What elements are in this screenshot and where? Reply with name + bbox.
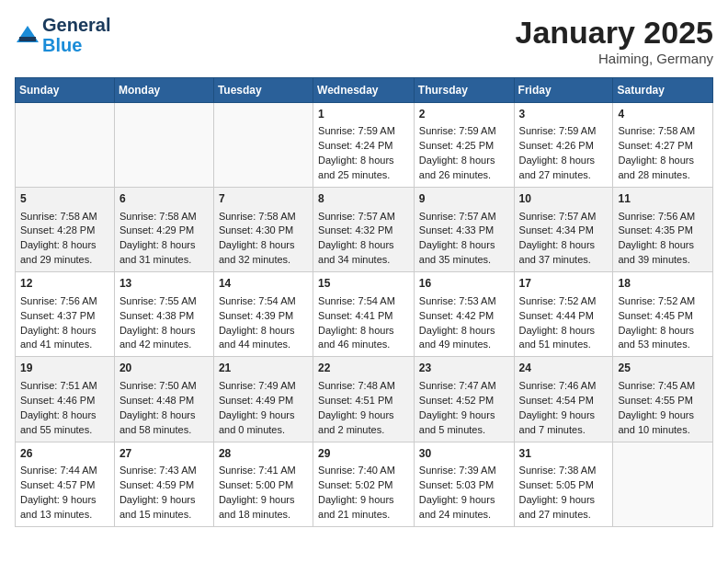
calendar-cell: 29Sunrise: 7:40 AMSunset: 5:02 PMDayligh… [313, 442, 415, 526]
cell-info: Daylight: 9 hours [219, 493, 308, 508]
cell-info: and 53 minutes. [618, 338, 708, 352]
cell-info: and 2 minutes. [318, 423, 409, 438]
cell-info: Daylight: 9 hours [219, 408, 308, 423]
cell-info: and 46 minutes. [318, 338, 409, 352]
cell-info: Sunset: 5:03 PM [419, 478, 509, 493]
cell-info: Sunset: 4:44 PM [519, 309, 609, 324]
calendar-cell: 26Sunrise: 7:44 AMSunset: 4:57 PMDayligh… [16, 442, 115, 526]
cell-info: Sunrise: 7:53 AM [419, 294, 509, 309]
cell-info: Daylight: 9 hours [519, 408, 609, 423]
day-number: 25 [618, 361, 708, 376]
day-header-sunday: Sunday [16, 78, 115, 103]
calendar-week-5: 26Sunrise: 7:44 AMSunset: 4:57 PMDayligh… [16, 442, 713, 526]
calendar-cell: 17Sunrise: 7:52 AMSunset: 4:44 PMDayligh… [514, 272, 613, 357]
cell-info: Daylight: 9 hours [419, 493, 509, 508]
calendar-cell: 9Sunrise: 7:57 AMSunset: 4:33 PMDaylight… [414, 188, 514, 272]
calendar-cell: 25Sunrise: 7:45 AMSunset: 4:55 PMDayligh… [613, 357, 713, 442]
cell-info: Sunrise: 7:41 AM [219, 464, 308, 478]
cell-info: Sunset: 4:24 PM [318, 139, 409, 154]
cell-info: Sunset: 5:02 PM [318, 478, 409, 493]
cell-info: Daylight: 8 hours [119, 408, 209, 423]
cell-info: Daylight: 8 hours [618, 324, 708, 339]
cell-info: Sunrise: 7:48 AM [318, 379, 409, 394]
cell-info: Daylight: 8 hours [318, 238, 409, 253]
logo-line2: Blue [42, 35, 110, 55]
title-block: January 2025 Haiming, Germany [516, 15, 714, 66]
calendar-cell: 28Sunrise: 7:41 AMSunset: 5:00 PMDayligh… [213, 442, 313, 526]
calendar-cell: 31Sunrise: 7:38 AMSunset: 5:05 PMDayligh… [514, 442, 613, 526]
logo-icon [15, 22, 40, 48]
cell-info: Sunset: 4:49 PM [219, 394, 308, 408]
day-header-thursday: Thursday [414, 78, 514, 103]
cell-info: and 29 minutes. [20, 253, 109, 268]
cell-info: Sunrise: 7:38 AM [519, 464, 609, 478]
cell-info: and 37 minutes. [519, 253, 609, 268]
cell-info: and 15 minutes. [119, 508, 209, 523]
cell-info: Daylight: 8 hours [419, 238, 509, 253]
day-number: 15 [318, 276, 409, 292]
day-number: 31 [519, 446, 609, 462]
calendar-cell: 15Sunrise: 7:54 AMSunset: 4:41 PMDayligh… [313, 272, 415, 357]
cell-info: and 31 minutes. [119, 253, 209, 268]
cell-info: and 27 minutes. [519, 168, 609, 183]
day-number: 5 [20, 191, 109, 207]
cell-info: Sunset: 4:32 PM [318, 224, 409, 238]
cell-info: Sunrise: 7:56 AM [618, 210, 708, 224]
cell-info: Sunset: 4:28 PM [20, 224, 109, 238]
calendar-cell: 19Sunrise: 7:51 AMSunset: 4:46 PMDayligh… [16, 357, 115, 442]
cell-info: and 55 minutes. [20, 423, 109, 438]
cell-info: Sunset: 4:46 PM [20, 394, 109, 408]
cell-info: Sunrise: 7:57 AM [419, 210, 509, 224]
day-number: 14 [219, 276, 308, 292]
cell-info: Sunrise: 7:50 AM [119, 379, 209, 394]
cell-info: Sunrise: 7:51 AM [20, 379, 109, 394]
day-number: 11 [618, 191, 708, 207]
calendar-cell [613, 442, 713, 526]
cell-info: Sunset: 4:25 PM [419, 139, 509, 154]
cell-info: and 42 minutes. [119, 338, 209, 352]
calendar-cell: 27Sunrise: 7:43 AMSunset: 4:59 PMDayligh… [114, 442, 213, 526]
cell-info: Sunrise: 7:45 AM [618, 379, 708, 394]
cell-info: Sunset: 4:42 PM [419, 309, 509, 324]
cell-info: and 34 minutes. [318, 253, 409, 268]
cell-info: Sunrise: 7:40 AM [318, 464, 409, 478]
cell-info: Sunset: 4:37 PM [20, 309, 109, 324]
calendar-cell: 21Sunrise: 7:49 AMSunset: 4:49 PMDayligh… [213, 357, 313, 442]
cell-info: Daylight: 8 hours [219, 324, 308, 339]
cell-info: and 25 minutes. [318, 168, 409, 183]
cell-info: Daylight: 9 hours [318, 408, 409, 423]
day-number: 1 [318, 107, 409, 122]
day-number: 21 [219, 361, 308, 376]
calendar-cell: 18Sunrise: 7:52 AMSunset: 4:45 PMDayligh… [613, 272, 713, 357]
day-number: 22 [318, 361, 409, 376]
cell-info: and 28 minutes. [618, 168, 708, 183]
cell-info: Sunrise: 7:52 AM [618, 294, 708, 309]
cell-info: and 26 minutes. [419, 168, 509, 183]
day-number: 16 [419, 276, 509, 292]
calendar-header-row: SundayMondayTuesdayWednesdayThursdayFrid… [16, 78, 713, 103]
cell-info: Daylight: 9 hours [419, 408, 509, 423]
cell-info: Daylight: 8 hours [20, 238, 109, 253]
day-number: 24 [519, 361, 609, 376]
month-title: January 2025 [516, 15, 714, 51]
day-number: 19 [20, 361, 109, 376]
cell-info: Daylight: 9 hours [20, 493, 109, 508]
cell-info: Sunrise: 7:52 AM [519, 294, 609, 309]
cell-info: Daylight: 8 hours [618, 154, 708, 168]
cell-info: Sunrise: 7:46 AM [519, 379, 609, 394]
day-number: 12 [20, 276, 109, 292]
cell-info: and 24 minutes. [419, 508, 509, 523]
day-number: 2 [419, 107, 509, 122]
calendar-cell: 30Sunrise: 7:39 AMSunset: 5:03 PMDayligh… [414, 442, 514, 526]
cell-info: and 21 minutes. [318, 508, 409, 523]
cell-info: Sunset: 4:26 PM [519, 139, 609, 154]
cell-info: Sunset: 4:27 PM [618, 139, 708, 154]
cell-info: Sunrise: 7:58 AM [618, 124, 708, 139]
cell-info: Sunset: 4:59 PM [119, 478, 209, 493]
logo-line1: General [42, 15, 110, 35]
cell-info: Daylight: 8 hours [20, 324, 109, 339]
cell-info: Sunset: 4:55 PM [618, 394, 708, 408]
cell-info: Sunset: 4:41 PM [318, 309, 409, 324]
page-header: General Blue January 2025 Haiming, Germa… [15, 15, 713, 66]
cell-info: Sunset: 4:45 PM [618, 309, 708, 324]
